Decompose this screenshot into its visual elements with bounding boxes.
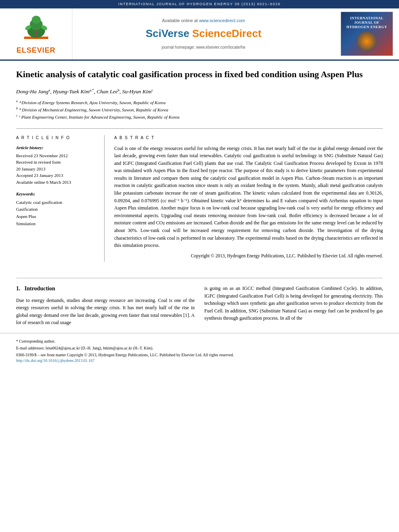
section-divider xyxy=(16,128,383,129)
introduction-col-left: 1. Introduction Due to energy demands, s… xyxy=(16,285,195,327)
introduction-section: 1. Introduction Due to energy demands, s… xyxy=(0,285,399,327)
author-3: Chan Leeb, xyxy=(97,88,122,94)
article-title: Kinetic analysis of catalytic coal gasif… xyxy=(16,69,383,80)
keyword-3: Aspen Plus xyxy=(16,213,98,220)
footer-doi: http://dx.doi.org/10.1016/j.ijhydene.201… xyxy=(16,358,383,364)
sciverse-logo: SciVerse ScienceDirect xyxy=(146,26,261,41)
abstract-copyright: Copyright © 2013, Hydrogen Energy Public… xyxy=(114,253,383,259)
article-info-abstract: A R T I C L E I N F O Article history: R… xyxy=(16,135,383,262)
introduction-col-right: is going on as an IGCC method (Integrate… xyxy=(204,285,383,327)
journal-cover-image: International Journal of HYDROGEN ENERGY xyxy=(341,12,393,56)
keywords-label: Keywords: xyxy=(16,191,98,197)
page-footer: * Corresponding author. E-mail addresses… xyxy=(0,333,399,366)
affiliation-c: c ᶜ Plant Engineering Center, Institute … xyxy=(16,113,383,121)
keywords-block: Keywords: Catalytic coal gasification Ga… xyxy=(16,191,98,227)
article-history-label: Article history: xyxy=(16,145,98,151)
article-history-block: Article history: Received 23 November 20… xyxy=(16,145,98,186)
corresponding-author-note: * Corresponding author. xyxy=(16,338,383,344)
affiliations-block: a ᵃ Division of Energy Systems Research,… xyxy=(16,99,383,121)
article-info-heading: A R T I C L E I N F O xyxy=(16,135,98,141)
keyword-1: Catalytic coal gasification xyxy=(16,199,98,206)
svg-point-3 xyxy=(32,16,41,24)
introduction-text-right: is going on as an IGCC method (Integrate… xyxy=(204,285,383,322)
received-date: Received 23 November 2012 xyxy=(16,152,98,159)
journal-homepage: journal homepage: www.elsevier.com/locat… xyxy=(162,45,245,50)
abstract-paragraph: Coal is one of the energy resources usef… xyxy=(114,145,383,249)
email-note: E-mail addresses: lena0624@ajou.ac.kr (D… xyxy=(16,345,383,351)
available-online-text: Available online at www.sciencedirect.co… xyxy=(162,18,245,24)
elsevier-brand-text: ELSEVIER xyxy=(16,45,56,55)
page-header: ELSEVIER Available online at www.science… xyxy=(0,8,399,61)
affiliation-a: a ᵃ Division of Energy Systems Research,… xyxy=(16,99,383,106)
article-main-content: Kinetic analysis of catalytic coal gasif… xyxy=(0,61,399,270)
sciencedirect-link[interactable]: www.sciencedirect.com xyxy=(199,18,245,23)
author-1: Dong-Ha Janga, xyxy=(16,88,53,94)
article-info-column: A R T I C L E I N F O Article history: R… xyxy=(16,135,105,262)
doi-link[interactable]: http://dx.doi.org/10.1016/j.ijhydene.201… xyxy=(16,358,95,363)
footer-copyright-text: 0360-3199/$ – see front matter Copyright… xyxy=(16,352,383,358)
revised-label: Received in revised form xyxy=(16,159,98,166)
elsevier-logo: ELSEVIER xyxy=(16,12,56,55)
journal-title-bar: INTERNATIONAL JOURNAL OF HYDROGEN ENERGY… xyxy=(118,2,281,6)
journal-cover-section: International Journal of HYDROGEN ENERGY xyxy=(335,8,399,60)
author-2: Hyung-Taek Kima,*, xyxy=(53,88,97,94)
keyword-4: Simulation xyxy=(16,220,98,228)
abstract-body: Coal is one of the energy resources usef… xyxy=(114,145,383,260)
introduction-title: 1. Introduction xyxy=(16,285,195,293)
svg-rect-4 xyxy=(35,30,37,37)
accepted-date: Accepted 23 January 2013 xyxy=(16,172,98,179)
affiliation-b: b ᵇ Division of Mechanical Engineering, … xyxy=(16,106,383,113)
revised-date: 20 January 2013 xyxy=(16,166,98,173)
journal-branding-center: Available online at www.sciencedirect.co… xyxy=(72,8,335,60)
introduction-text-left: Due to energy demands, studies about ene… xyxy=(16,297,195,327)
keyword-2: Gasification xyxy=(16,206,98,213)
publisher-logo-section: ELSEVIER xyxy=(0,8,72,60)
elsevier-tree-icon xyxy=(20,12,52,45)
abstract-column: A B S T R A C T Coal is one of the energ… xyxy=(114,135,383,262)
available-date: Available online 6 March 2013 xyxy=(16,179,98,186)
authors-line: Dong-Ha Janga, Hyung-Taek Kima,*, Chan L… xyxy=(16,87,383,95)
cover-journal-title: International Journal of HYDROGEN ENERGY xyxy=(343,16,391,29)
abstract-heading: A B S T R A C T xyxy=(114,135,383,141)
intro-divider xyxy=(16,278,383,278)
author-4: Su-Hyun Kimc xyxy=(122,88,153,94)
journal-header-bar: INTERNATIONAL JOURNAL OF HYDROGEN ENERGY… xyxy=(0,0,399,8)
